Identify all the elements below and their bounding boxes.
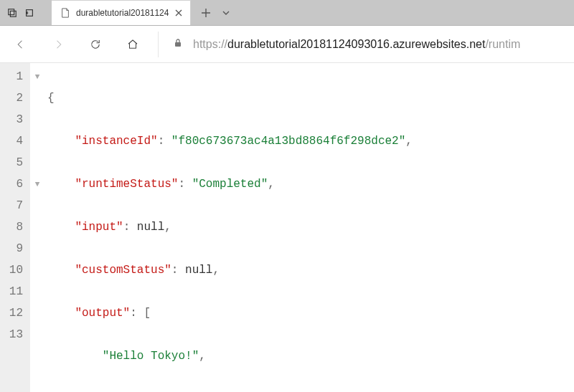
json-key: "instanceId" [75, 135, 157, 148]
fold-gutter: ▼ ▼ [30, 63, 44, 392]
brace: { [47, 92, 55, 105]
line-number: 6 [7, 173, 23, 195]
url-host: durabletutorial20181124093016.azurewebsi… [227, 38, 485, 50]
line-number: 7 [7, 195, 23, 216]
json-value: "f80c673673ac4a13bd8864f6f298dce2" [171, 135, 405, 148]
line-number: 5 [7, 152, 23, 173]
svg-rect-0 [9, 9, 14, 14]
json-key: "customStatus" [75, 264, 171, 277]
svg-rect-1 [10, 11, 16, 16]
new-tab-icon[interactable] [201, 8, 211, 18]
window-control-icons [0, 0, 52, 25]
fold-toggle-icon[interactable]: ▼ [30, 173, 44, 195]
home-button[interactable] [121, 32, 145, 57]
file-icon [60, 8, 70, 18]
line-number: 3 [7, 109, 23, 130]
line-number: 1 [7, 66, 23, 87]
json-key: "runtimeStatus" [75, 178, 178, 191]
cascade-icon[interactable] [7, 8, 17, 18]
forward-button[interactable] [46, 32, 70, 57]
fold-toggle-icon[interactable]: ▼ [30, 66, 44, 87]
json-value: null [185, 264, 212, 277]
line-number: 11 [7, 281, 23, 302]
json-viewer: 1 2 3 4 5 6 7 8 9 10 11 12 13 ▼ ▼ { "ins… [0, 63, 574, 392]
lock-icon [173, 38, 183, 50]
svg-rect-3 [175, 42, 181, 47]
json-array-item: "Hello Tokyo!" [103, 350, 199, 363]
refresh-button[interactable] [83, 32, 108, 57]
bracket: [ [144, 307, 151, 320]
url-text: https://durabletutorial20181124093016.az… [193, 38, 520, 51]
set-aside-icon[interactable] [24, 8, 34, 18]
line-number: 8 [7, 216, 23, 238]
browser-tab-active[interactable]: durabletutorial20181124 [52, 0, 191, 25]
toolbar: https://durabletutorial20181124093016.az… [0, 26, 574, 63]
tab-strip-actions [191, 0, 241, 25]
back-button[interactable] [9, 32, 33, 57]
json-value: null [137, 221, 164, 234]
code-body[interactable]: { "instanceId": "f80c673673ac4a13bd8864f… [44, 63, 413, 392]
url-scheme: https:// [193, 38, 227, 50]
line-number: 2 [7, 87, 23, 109]
line-number: 4 [7, 130, 23, 152]
tab-title: durabletutorial20181124 [76, 8, 169, 18]
tab-strip: durabletutorial20181124 [0, 0, 574, 26]
json-key: "input" [75, 221, 123, 234]
close-icon[interactable] [174, 9, 183, 17]
json-value: "Completed" [192, 178, 268, 191]
json-key: "output" [75, 307, 130, 320]
line-number-gutter: 1 2 3 4 5 6 7 8 9 10 11 12 13 [0, 63, 30, 392]
line-number: 10 [7, 259, 23, 281]
address-bar[interactable]: https://durabletutorial20181124093016.az… [158, 32, 565, 57]
line-number: 13 [7, 324, 23, 345]
line-number: 9 [7, 238, 23, 259]
line-number: 12 [7, 302, 23, 324]
chevron-down-icon[interactable] [221, 8, 231, 18]
url-path: /runtim [485, 38, 520, 50]
